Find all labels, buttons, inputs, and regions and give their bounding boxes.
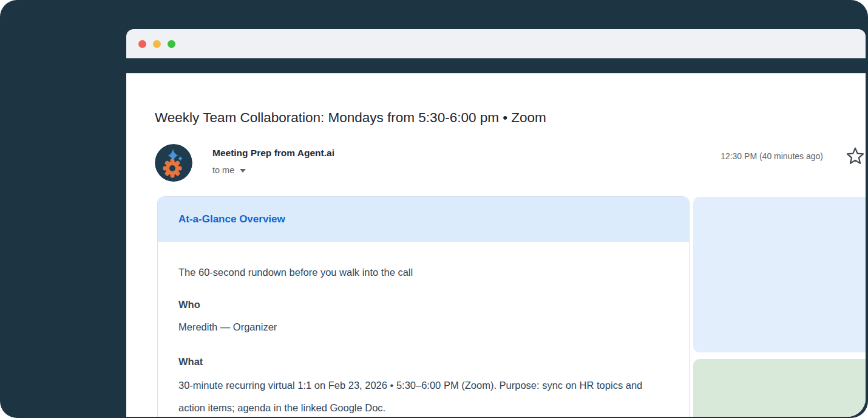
card-intro-text: The 60-second rundown before you walk in…	[178, 266, 665, 279]
agent-ai-logo-icon	[155, 144, 192, 182]
email-subject: Weekly Team Collaboration: Mondays from …	[155, 109, 546, 126]
recipient-dropdown[interactable]: to me	[212, 165, 246, 175]
sender-name: Meeting Prep from Agent.ai	[212, 148, 334, 159]
section-text-who: Meredith — Organizer	[178, 320, 665, 334]
email-timestamp: 12:30 PM (40 minutes ago)	[721, 151, 823, 161]
card-header: At-a-Glance Overview	[158, 197, 689, 242]
email-view: Weekly Team Collaboration: Mondays from …	[126, 73, 866, 417]
window-titlebar[interactable]	[126, 29, 866, 58]
recipient-label: to me	[212, 165, 234, 175]
card-body: The 60-second rundown before you walk in…	[158, 242, 689, 417]
section-label-what: What	[178, 355, 665, 369]
star-outline-icon	[846, 147, 864, 165]
close-window-button[interactable]	[138, 40, 146, 48]
zoom-window-button[interactable]	[168, 40, 175, 48]
side-panel-top	[693, 197, 866, 352]
card-header-title: At-a-Glance Overview	[178, 213, 285, 225]
section-text-what: 30-minute recurring virtual 1:1 on Feb 2…	[178, 374, 665, 417]
traffic-lights	[138, 40, 175, 48]
sender-avatar[interactable]	[155, 144, 192, 182]
screenshot-frame: Weekly Team Collaboration: Mondays from …	[0, 0, 868, 418]
chevron-down-icon	[240, 169, 246, 173]
section-label-who: Who	[178, 298, 665, 312]
side-panel-bottom	[693, 359, 866, 417]
minimize-window-button[interactable]	[153, 40, 161, 48]
star-email-button[interactable]	[846, 147, 864, 165]
email-body-card: At-a-Glance Overview The 60-second rundo…	[157, 196, 690, 417]
